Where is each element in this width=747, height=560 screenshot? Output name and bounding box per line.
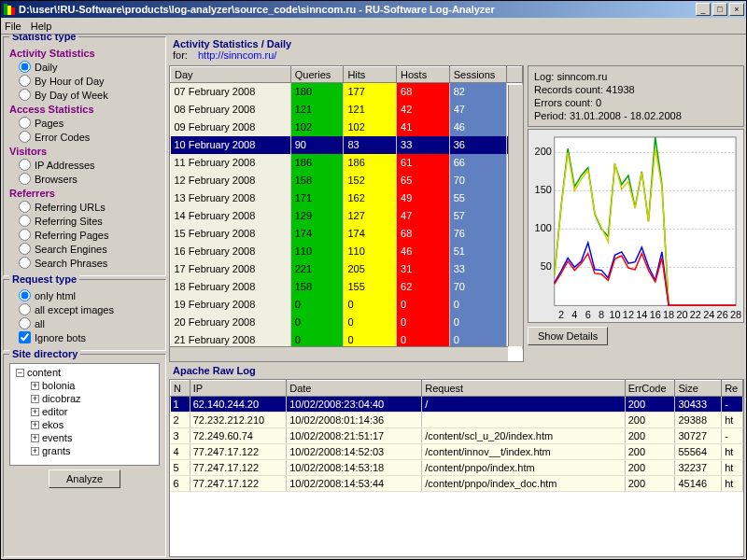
tree-item[interactable]: +editor <box>12 405 157 418</box>
table-row[interactable]: 162.140.244.2010/02/2008:23:04:40/200304… <box>171 397 743 413</box>
request-type-group: Request type only html all except images… <box>3 279 166 351</box>
close-button[interactable]: × <box>729 3 744 16</box>
minimize-button[interactable]: _ <box>696 3 711 16</box>
radio-hour[interactable]: By Hour of Day <box>9 74 160 88</box>
menu-file[interactable]: File <box>5 21 21 32</box>
stats-table[interactable]: Day Queries Hits Hosts Sessions 07 Febru… <box>169 65 524 362</box>
window-title: D:\user\!RU-Software\products\log-analyz… <box>19 4 696 15</box>
radio-browsers[interactable]: Browsers <box>9 172 160 186</box>
menubar: File Help <box>1 18 746 35</box>
show-details-button[interactable]: Show Details <box>528 327 608 345</box>
col-hosts[interactable]: Hosts <box>397 67 450 83</box>
table-row[interactable]: 14 February 20081291274757 <box>171 207 523 225</box>
group-legend: Site directory <box>9 348 80 359</box>
radio-ref-engines[interactable]: Search Engines <box>9 242 160 256</box>
svg-text:100: 100 <box>535 222 552 233</box>
svg-text:24: 24 <box>703 309 714 320</box>
col-re[interactable]: Re <box>722 381 743 397</box>
titlebar[interactable]: D:\user\!RU-Software\products\log-analyz… <box>1 1 746 18</box>
svg-text:150: 150 <box>535 184 552 195</box>
radio-daily[interactable]: Daily <box>9 60 160 74</box>
table-row[interactable]: 372.249.60.7410/02/2008:21:51:17/content… <box>171 428 743 444</box>
stats-chart: 50100150200246810121416182022242628 <box>528 129 744 323</box>
radio-ref-pages[interactable]: Referring Pages <box>9 228 160 242</box>
table-row[interactable]: 20 February 20080000 <box>171 314 523 331</box>
visitors-head: Visitors <box>9 146 160 157</box>
svg-rect-3 <box>555 137 736 305</box>
table-row[interactable]: 08 February 20081211214247 <box>171 101 523 119</box>
site-directory-group: Site directory −content +bolonia+dicobra… <box>3 354 166 557</box>
svg-rect-0 <box>4 4 7 15</box>
table-row[interactable]: 16 February 20081101104651 <box>171 243 523 260</box>
scrollbar-vertical[interactable] <box>508 85 523 346</box>
log-info: Log: sinncom.ru Records count: 41938 Err… <box>528 65 744 127</box>
table-row[interactable]: 19 February 20080000 <box>171 296 523 314</box>
col-request[interactable]: Request <box>422 381 625 397</box>
scrollbar-horizontal[interactable] <box>170 346 508 361</box>
table-row[interactable]: 10 February 200890833336 <box>171 136 523 154</box>
radio-only-html[interactable]: only html <box>9 288 160 302</box>
menu-help[interactable]: Help <box>31 21 52 32</box>
table-row[interactable]: 09 February 20081021024146 <box>171 119 523 136</box>
table-row[interactable]: 18 February 20081581556270 <box>171 278 523 296</box>
check-ignore-bots[interactable]: Ignore bots <box>9 330 160 344</box>
svg-text:20: 20 <box>676 309 687 320</box>
svg-text:200: 200 <box>535 146 552 157</box>
tree-root[interactable]: −content <box>12 366 157 379</box>
raw-log-title: Apache Raw Log <box>169 365 744 376</box>
tree-item[interactable]: +dicobraz <box>12 392 157 405</box>
table-row[interactable]: 272.232.212.21010/02/2008:01:14:36200293… <box>171 413 743 428</box>
radio-errors[interactable]: Error Codes <box>9 130 160 144</box>
svg-text:18: 18 <box>663 309 674 320</box>
svg-text:16: 16 <box>650 309 661 320</box>
maximize-button[interactable]: □ <box>712 3 727 16</box>
stats-header: Activity Statistics / Daily for: http://… <box>169 36 744 63</box>
statistic-type-group: Statistic type Activity Statistics Daily… <box>3 36 166 276</box>
table-row[interactable]: 677.247.17.12210/02/2008:14:53:44/conten… <box>171 476 743 492</box>
analyze-button[interactable]: Analyze <box>49 469 120 488</box>
svg-rect-1 <box>7 6 11 15</box>
col-hits[interactable]: Hits <box>344 67 397 83</box>
col-date[interactable]: Date <box>287 381 422 397</box>
svg-text:14: 14 <box>636 309 647 320</box>
radio-ref-urls[interactable]: Referring URLs <box>9 200 160 214</box>
radio-week[interactable]: By Day of Week <box>9 88 160 102</box>
svg-text:26: 26 <box>717 309 728 320</box>
table-row[interactable]: 17 February 20082212053133 <box>171 260 523 278</box>
radio-ip[interactable]: IP Addresses <box>9 158 160 172</box>
radio-pages[interactable]: Pages <box>9 116 160 130</box>
table-row[interactable]: 13 February 20081711624955 <box>171 189 523 207</box>
col-queries[interactable]: Queries <box>290 67 344 83</box>
table-row[interactable]: 07 February 20081801776882 <box>171 83 523 101</box>
group-legend: Statistic type <box>9 35 78 42</box>
table-row[interactable]: 477.247.17.12210/02/2008:14:52:03/conten… <box>171 444 743 460</box>
radio-except-img[interactable]: all except images <box>9 302 160 316</box>
table-row[interactable]: 15 February 20081741746876 <box>171 225 523 243</box>
tree-item[interactable]: +ekos <box>12 418 157 431</box>
group-legend: Request type <box>9 273 79 285</box>
svg-text:50: 50 <box>541 260 552 272</box>
col-n[interactable]: N <box>171 381 190 397</box>
svg-text:4: 4 <box>571 309 577 320</box>
col-day[interactable]: Day <box>171 67 291 83</box>
svg-rect-2 <box>11 7 15 15</box>
table-row[interactable]: 577.247.17.12210/02/2008:14:53:18/conten… <box>171 460 743 476</box>
svg-text:28: 28 <box>730 309 741 320</box>
raw-log-table[interactable]: N IP Date Request ErrCode Size Re 162.14… <box>169 379 744 557</box>
radio-all[interactable]: all <box>9 316 160 330</box>
tree-item[interactable]: +events <box>12 431 157 444</box>
tree-item[interactable]: +grants <box>12 444 157 457</box>
col-errcode[interactable]: ErrCode <box>625 381 675 397</box>
col-sessions[interactable]: Sessions <box>449 67 507 83</box>
radio-ref-phrases[interactable]: Search Phrases <box>9 256 160 270</box>
table-row[interactable]: 12 February 20081581526570 <box>171 172 523 189</box>
stats-url[interactable]: http://sinncom.ru/ <box>198 49 276 61</box>
table-row[interactable]: 11 February 20081861866166 <box>171 154 523 172</box>
site-tree[interactable]: −content +bolonia+dicobraz+editor+ekos+e… <box>9 363 160 466</box>
col-ip[interactable]: IP <box>190 381 287 397</box>
radio-ref-sites[interactable]: Referring Sites <box>9 214 160 228</box>
col-size[interactable]: Size <box>675 381 722 397</box>
access-head: Access Statistics <box>9 104 160 115</box>
tree-item[interactable]: +bolonia <box>12 379 157 392</box>
activity-head: Activity Statistics <box>9 48 160 59</box>
